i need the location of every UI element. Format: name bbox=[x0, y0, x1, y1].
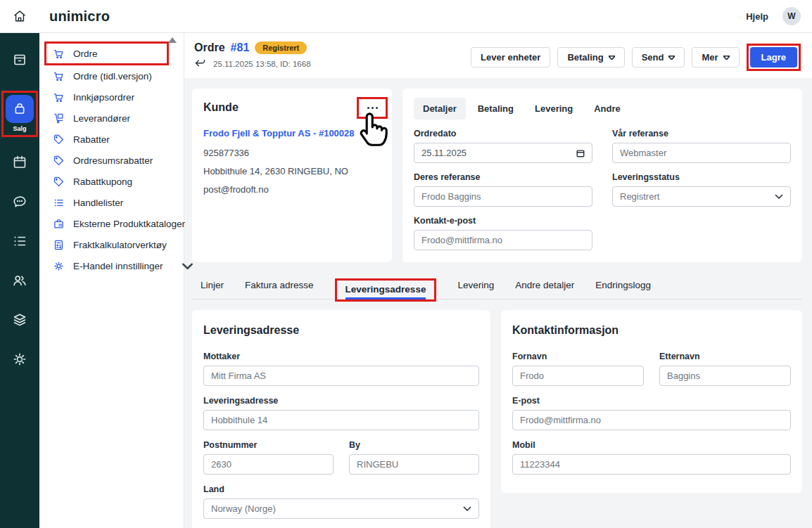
etternavn-input[interactable] bbox=[659, 366, 791, 386]
rail-item-salg[interactable] bbox=[6, 95, 34, 123]
land-field: Land Norway (Norge) bbox=[203, 484, 479, 519]
ordredato-input[interactable]: 25.11.2025 bbox=[414, 143, 592, 163]
fornavn-field: Fornavn bbox=[512, 352, 644, 386]
sidebar-item-innkjopsordrer[interactable]: Innkjøpsordrer bbox=[39, 86, 184, 108]
cart-icon bbox=[53, 48, 65, 60]
delivery-card-title: Leveringsadresse bbox=[203, 324, 479, 337]
mobil-input[interactable] bbox=[512, 454, 791, 475]
leveringsadresse-input[interactable] bbox=[203, 410, 479, 430]
lagre-button[interactable]: Lagre bbox=[750, 47, 797, 67]
rail-item-settings[interactable] bbox=[11, 351, 28, 368]
tab-endringslogg[interactable]: Endringslogg bbox=[595, 273, 651, 299]
scroll-up-indicator[interactable] bbox=[168, 37, 177, 43]
var-referanse-input[interactable] bbox=[612, 143, 791, 163]
tab-linjer[interactable]: Linjer bbox=[201, 273, 224, 299]
home-button[interactable] bbox=[0, 9, 39, 23]
rail-item-tasks[interactable] bbox=[11, 233, 28, 250]
handtruck-icon bbox=[53, 112, 65, 124]
catalog-icon bbox=[53, 218, 65, 230]
leveringsstatus-value: Registrert bbox=[620, 191, 775, 202]
customer-email: post@frodoft.no bbox=[203, 184, 381, 195]
sidebar-item-label: Eksterne Produktkataloger bbox=[73, 219, 185, 229]
sidebar-item-rabattkupong[interactable]: Rabattkupong bbox=[39, 171, 184, 192]
module-rail: Salg bbox=[0, 33, 39, 528]
highlight-box-salg: Salg bbox=[1, 91, 38, 137]
rail-item-calendar[interactable] bbox=[11, 154, 28, 171]
sidebar-item-ordre-tidl[interactable]: Ordre (tidl.versjon) bbox=[39, 65, 184, 86]
rail-item-archive[interactable] bbox=[11, 51, 28, 68]
mottaker-input[interactable] bbox=[203, 366, 479, 386]
tab-betaling[interactable]: Betaling bbox=[469, 98, 523, 120]
sidebar-item-ehandel-innstillinger[interactable]: E-Handel innstillinger bbox=[39, 255, 184, 276]
sidebar-item-ordre[interactable]: Ordre bbox=[46, 44, 167, 63]
mer-button[interactable]: Mer bbox=[692, 47, 739, 67]
rail-item-people[interactable] bbox=[11, 272, 28, 289]
sidebar-item-handlelister[interactable]: Handlelister bbox=[39, 192, 184, 213]
sidebar-item-ordresumsrabatter[interactable]: Ordresumsrabatter bbox=[39, 150, 184, 171]
kontakt-epost-label: Kontakt-e-post bbox=[414, 216, 592, 226]
lever-enheter-button[interactable]: Lever enheter bbox=[471, 47, 550, 67]
sidebar-item-label: Handlelister bbox=[73, 198, 123, 208]
order-meta: 25.11.2025 13:58, ID: 1668 bbox=[213, 60, 311, 68]
ordredato-field: Ordredato 25.11.2025 bbox=[414, 129, 592, 163]
help-link[interactable]: Hjelp bbox=[746, 11, 768, 22]
sidebar-item-rabatter[interactable]: Rabatter bbox=[39, 129, 184, 150]
section-tabstrip: Linjer Faktura adresse Leveringsadresse … bbox=[192, 273, 802, 300]
customer-menu-button[interactable] bbox=[366, 104, 379, 112]
tab-levering[interactable]: Levering bbox=[526, 98, 582, 120]
sidebar-item-label: Rabattkupong bbox=[73, 176, 132, 187]
sidebar-item-label: Rabatter bbox=[73, 134, 110, 145]
rail-item-chat[interactable] bbox=[11, 193, 28, 210]
tab-andre[interactable]: Andre bbox=[585, 98, 630, 120]
sidebar-item-fraktkalkulatorverktoy[interactable]: Fraktkalkulatorverktøy bbox=[39, 234, 184, 255]
epost-label: E-post bbox=[512, 396, 791, 406]
caret-down-icon bbox=[723, 56, 730, 60]
etternavn-label: Etternavn bbox=[659, 352, 791, 361]
customer-link[interactable]: Frodo Fjell & Topptur AS - #100028 bbox=[203, 128, 381, 139]
highlight-box-leveringsadresse-tab: Leveringsadresse bbox=[335, 278, 437, 302]
land-label: Land bbox=[203, 484, 479, 494]
tab-leveringsadresse[interactable]: Leveringsadresse bbox=[345, 284, 426, 300]
deres-referanse-input[interactable] bbox=[414, 186, 592, 207]
cart-icon bbox=[53, 70, 65, 82]
tab-andre-detaljer[interactable]: Andre detaljer bbox=[515, 273, 574, 299]
fornavn-etternavn-row: Fornavn Etternavn bbox=[512, 352, 791, 396]
sidebar-item-eksterne-produktkataloger[interactable]: Eksterne Produktkataloger bbox=[39, 213, 184, 234]
mer-label: Mer bbox=[702, 52, 718, 63]
sidebar-item-label: Ordre (tidl.versjon) bbox=[73, 71, 152, 82]
sidebar-item-label: E-Handel innstillinger bbox=[73, 261, 163, 271]
back-arrow-icon[interactable] bbox=[194, 58, 206, 69]
customer-org-number: 925877336 bbox=[203, 148, 381, 158]
chevron-down-icon bbox=[182, 262, 194, 270]
user-avatar[interactable]: W bbox=[782, 7, 801, 25]
by-input[interactable] bbox=[349, 454, 479, 475]
fornavn-label: Fornavn bbox=[512, 352, 644, 361]
bottom-grid: Leveringsadresse Mottaker Leveringsadres… bbox=[192, 310, 802, 528]
tab-faktura-adresse[interactable]: Faktura adresse bbox=[245, 273, 314, 299]
betaling-button[interactable]: Betaling bbox=[557, 47, 624, 67]
sidebar-item-leverandorer[interactable]: Leverandører bbox=[39, 108, 184, 129]
leveringsstatus-select[interactable]: Registrert bbox=[612, 186, 791, 207]
title-row: Ordre #81 Registrert bbox=[194, 41, 311, 54]
land-select[interactable]: Norway (Norge) bbox=[203, 498, 479, 519]
calculator-icon bbox=[53, 239, 65, 251]
body-row: Salg bbox=[0, 33, 812, 528]
calendar-icon bbox=[11, 154, 28, 171]
kontakt-epost-input[interactable] bbox=[414, 230, 592, 250]
deres-referanse-field: Deres referanse bbox=[414, 172, 592, 207]
mobil-field: Mobil bbox=[512, 440, 791, 475]
delivery-fields: Mottaker Leveringsadresse Postnummer bbox=[203, 352, 479, 519]
rail-item-layers[interactable] bbox=[11, 311, 28, 328]
rail-item-salg-label: Salg bbox=[13, 125, 26, 132]
date-picker-icon[interactable] bbox=[576, 149, 585, 157]
postnummer-input[interactable] bbox=[203, 454, 334, 475]
postnummer-by-row: Postnummer By bbox=[203, 440, 479, 484]
fornavn-input[interactable] bbox=[512, 366, 644, 386]
list-icon bbox=[53, 197, 65, 209]
epost-input[interactable] bbox=[512, 410, 791, 430]
send-button[interactable]: Send bbox=[632, 47, 685, 67]
top-grid: Kunde Frodo Fjell & Topptur AS - #100028… bbox=[192, 89, 802, 262]
tab-detaljer[interactable]: Detaljer bbox=[414, 98, 466, 120]
by-label: By bbox=[349, 440, 479, 450]
tab-levering-section[interactable]: Levering bbox=[457, 273, 494, 299]
